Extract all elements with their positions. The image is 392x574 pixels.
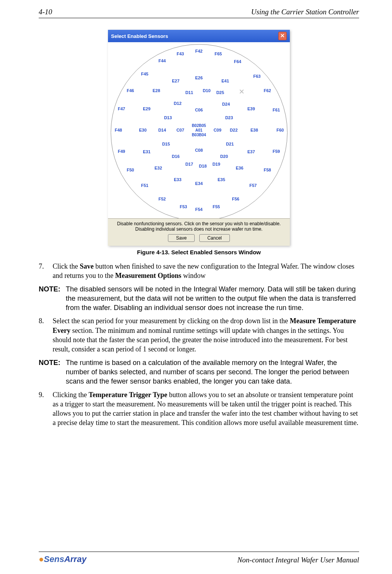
sensarray-logo: ●SensArray (39, 554, 86, 564)
dialog-hint-text: Disable nonfunctioning sensors. Click on… (114, 221, 284, 232)
note-text: The runtime is based on a calculation of… (66, 358, 359, 386)
save-button[interactable]: Save (168, 234, 195, 242)
figure-caption: Figure 4-13. Select Enabled Sensors Wind… (39, 249, 359, 255)
sensor-f59[interactable]: F59 (273, 149, 280, 154)
sensor-d20[interactable]: D20 (220, 154, 228, 159)
dialog-title: Select Enabled Sensors (111, 33, 168, 39)
sensor-e26[interactable]: E26 (195, 75, 203, 80)
sensor-disabled-x-icon[interactable]: ✕ (239, 87, 245, 96)
sensor-canvas: B02B05 A01 B03B04 C06 C07 C08 C09 D10 D1… (108, 42, 290, 218)
sensor-e28[interactable]: E28 (152, 88, 160, 93)
sensor-d25[interactable]: D25 (216, 90, 224, 95)
logo-dot-icon: ● (39, 554, 44, 564)
sensor-e27[interactable]: E27 (172, 79, 180, 83)
page-number: 4-10 (39, 8, 52, 16)
sensor-e38[interactable]: E38 (250, 128, 258, 132)
sensor-e29[interactable]: E29 (143, 106, 151, 111)
sensor-d15[interactable]: D15 (162, 142, 170, 146)
sensor-e35[interactable]: E35 (217, 177, 225, 182)
sensor-d22[interactable]: D22 (230, 128, 238, 132)
sensor-f51[interactable]: F51 (141, 183, 149, 188)
step-8: 8. Select the scan period for your measu… (39, 316, 359, 354)
step-9: 9. Clicking the Temperature Trigger Type… (39, 390, 359, 428)
sensor-c08[interactable]: C08 (195, 148, 203, 152)
note-text: The disabled sensors will be noted in th… (66, 284, 359, 313)
sensor-d24[interactable]: D24 (222, 102, 230, 106)
note-label: NOTE: (39, 284, 66, 313)
sensor-d13[interactable]: D13 (164, 115, 172, 120)
sensor-d19[interactable]: D19 (212, 162, 220, 166)
sensor-f44[interactable]: F44 (159, 58, 166, 63)
sensor-a01[interactable]: A01 (195, 128, 202, 132)
sensor-c09[interactable]: C09 (214, 128, 221, 132)
sensor-f55[interactable]: F55 (213, 204, 220, 209)
sensor-f54[interactable]: F54 (195, 207, 203, 212)
dialog-hint-panel: Disable nonfunctioning sensors. Click on… (108, 218, 290, 246)
sensor-b02b05[interactable]: B02B05 (192, 123, 206, 128)
section-title: Using the Carrier Station Controller (251, 8, 359, 16)
sensor-f42[interactable]: F42 (195, 49, 203, 53)
sensor-e30[interactable]: E30 (139, 128, 147, 132)
sensor-f52[interactable]: F52 (159, 197, 166, 201)
sensor-f43[interactable]: F43 (177, 51, 184, 56)
sensor-f60[interactable]: F60 (277, 128, 284, 132)
sensor-d23[interactable]: D23 (225, 115, 233, 120)
sensor-d10[interactable]: D10 (203, 88, 211, 93)
sensor-f62[interactable]: F62 (264, 88, 271, 93)
sensor-f50[interactable]: F50 (127, 168, 134, 172)
sensor-f61[interactable]: F61 (273, 108, 280, 112)
sensor-f58[interactable]: F58 (264, 168, 271, 172)
sensor-e41[interactable]: E41 (221, 79, 229, 83)
select-enabled-sensors-dialog: Select Enabled Sensors ✕ B02B05 A01 B03B… (108, 30, 290, 246)
step-7: 7. Click the Save button when finished t… (39, 262, 359, 281)
sensor-f56[interactable]: F56 (232, 197, 240, 201)
sensor-f47[interactable]: F47 (118, 106, 125, 111)
sensor-e34[interactable]: E34 (195, 181, 203, 186)
step-number: 9. (39, 390, 53, 428)
cancel-button[interactable]: Cancel (199, 234, 230, 242)
sensor-d18[interactable]: D18 (199, 164, 207, 168)
sensor-f46[interactable]: F46 (127, 88, 134, 93)
sensor-f48[interactable]: F48 (115, 128, 122, 132)
sensor-f49[interactable]: F49 (118, 149, 125, 154)
sensor-c06[interactable]: C06 (195, 108, 203, 112)
sensor-d16[interactable]: D16 (172, 154, 180, 159)
step-number: 7. (39, 262, 53, 281)
dialog-titlebar: Select Enabled Sensors ✕ (108, 30, 290, 42)
note-1: NOTE: The disabled sensors will be noted… (39, 284, 359, 313)
footer-title: Non-contact Integral Wafer User Manual (237, 556, 359, 564)
close-icon[interactable]: ✕ (278, 32, 287, 40)
sensor-e37[interactable]: E37 (247, 149, 255, 154)
sensor-d21[interactable]: D21 (226, 142, 234, 146)
sensor-d14[interactable]: D14 (158, 128, 166, 132)
sensor-c07[interactable]: C07 (176, 128, 184, 132)
sensor-f63[interactable]: F63 (253, 74, 261, 79)
sensor-f64[interactable]: F64 (234, 59, 241, 64)
sensor-e32[interactable]: E32 (154, 166, 162, 170)
note-2: NOTE: The runtime is based on a calculat… (39, 358, 359, 386)
sensor-f45[interactable]: F45 (141, 72, 149, 76)
sensor-f57[interactable]: F57 (250, 183, 257, 188)
sensor-f65[interactable]: F65 (215, 51, 222, 56)
sensor-b03b04[interactable]: B03B04 (192, 133, 206, 137)
sensor-d11[interactable]: D11 (185, 90, 193, 95)
sensor-f53[interactable]: F53 (180, 204, 187, 209)
sensor-e39[interactable]: E39 (247, 106, 255, 111)
step-number: 8. (39, 316, 53, 354)
sensor-d17[interactable]: D17 (185, 162, 193, 166)
sensor-d12[interactable]: D12 (174, 101, 181, 106)
sensor-e31[interactable]: E31 (143, 149, 151, 154)
sensor-e36[interactable]: E36 (236, 166, 243, 170)
note-label: NOTE: (39, 358, 66, 386)
sensor-e33[interactable]: E33 (174, 177, 181, 182)
